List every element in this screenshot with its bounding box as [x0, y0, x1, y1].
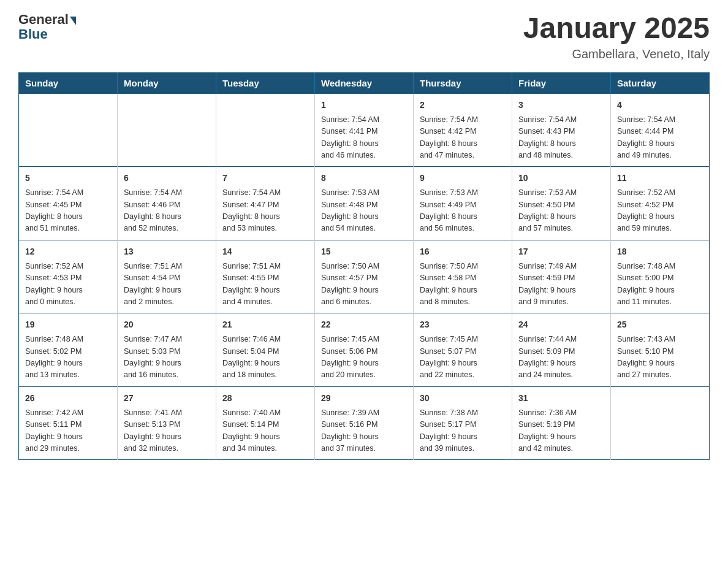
day-number: 12 — [25, 245, 111, 258]
day-number: 22 — [321, 318, 407, 331]
day-info: Sunrise: 7:54 AM Sunset: 4:44 PM Dayligh… — [617, 114, 703, 162]
day-number: 7 — [222, 172, 308, 185]
day-number: 24 — [518, 318, 604, 331]
day-info: Sunrise: 7:39 AM Sunset: 5:16 PM Dayligh… — [321, 407, 407, 455]
day-info: Sunrise: 7:48 AM Sunset: 5:02 PM Dayligh… — [25, 334, 111, 381]
day-number: 19 — [25, 318, 111, 331]
day-info: Sunrise: 7:54 AM Sunset: 4:43 PM Dayligh… — [518, 114, 604, 162]
logo: General Blue — [18, 12, 77, 42]
day-number: 21 — [222, 318, 308, 331]
calendar-cell: 4Sunrise: 7:54 AM Sunset: 4:44 PM Daylig… — [611, 93, 710, 167]
day-info: Sunrise: 7:50 AM Sunset: 4:58 PM Dayligh… — [420, 261, 506, 308]
day-number: 31 — [518, 392, 604, 405]
day-info: Sunrise: 7:46 AM Sunset: 5:04 PM Dayligh… — [222, 334, 308, 381]
calendar-cell: 7Sunrise: 7:54 AM Sunset: 4:47 PM Daylig… — [216, 167, 315, 240]
day-number: 16 — [420, 245, 506, 258]
day-info: Sunrise: 7:50 AM Sunset: 4:57 PM Dayligh… — [321, 261, 407, 308]
calendar-cell: 29Sunrise: 7:39 AM Sunset: 5:16 PM Dayli… — [315, 386, 414, 460]
calendar-cell: 23Sunrise: 7:45 AM Sunset: 5:07 PM Dayli… — [414, 313, 512, 387]
calendar-cell: 2Sunrise: 7:54 AM Sunset: 4:42 PM Daylig… — [414, 93, 512, 167]
day-info: Sunrise: 7:42 AM Sunset: 5:11 PM Dayligh… — [25, 407, 111, 455]
calendar-cell: 3Sunrise: 7:54 AM Sunset: 4:43 PM Daylig… — [512, 93, 611, 167]
day-number: 25 — [617, 318, 703, 331]
calendar-cell: 17Sunrise: 7:49 AM Sunset: 4:59 PM Dayli… — [512, 240, 611, 313]
calendar-cell: 16Sunrise: 7:50 AM Sunset: 4:58 PM Dayli… — [414, 240, 512, 313]
day-info: Sunrise: 7:41 AM Sunset: 5:13 PM Dayligh… — [124, 407, 210, 455]
day-info: Sunrise: 7:44 AM Sunset: 5:09 PM Dayligh… — [518, 334, 604, 381]
calendar-week-1: 1Sunrise: 7:54 AM Sunset: 4:41 PM Daylig… — [19, 93, 710, 167]
day-number: 28 — [222, 392, 308, 405]
calendar-week-2: 5Sunrise: 7:54 AM Sunset: 4:45 PM Daylig… — [19, 167, 710, 240]
calendar-cell — [611, 386, 710, 460]
day-info: Sunrise: 7:45 AM Sunset: 5:07 PM Dayligh… — [420, 334, 506, 381]
calendar-cell: 6Sunrise: 7:54 AM Sunset: 4:46 PM Daylig… — [118, 167, 216, 240]
calendar-cell: 22Sunrise: 7:45 AM Sunset: 5:06 PM Dayli… — [315, 313, 414, 387]
day-number: 29 — [321, 392, 407, 405]
calendar-cell: 21Sunrise: 7:46 AM Sunset: 5:04 PM Dayli… — [216, 313, 315, 387]
calendar-cell: 25Sunrise: 7:43 AM Sunset: 5:10 PM Dayli… — [611, 313, 710, 387]
day-info: Sunrise: 7:54 AM Sunset: 4:47 PM Dayligh… — [222, 187, 308, 235]
day-number: 14 — [222, 245, 308, 258]
title-block: January 2025 Gambellara, Veneto, Italy — [523, 12, 710, 61]
day-info: Sunrise: 7:52 AM Sunset: 4:52 PM Dayligh… — [617, 187, 703, 235]
day-number: 15 — [321, 245, 407, 258]
logo-general-text: General — [18, 12, 69, 27]
day-info: Sunrise: 7:49 AM Sunset: 4:59 PM Dayligh… — [518, 261, 604, 308]
calendar-cell: 28Sunrise: 7:40 AM Sunset: 5:14 PM Dayli… — [216, 386, 315, 460]
day-info: Sunrise: 7:54 AM Sunset: 4:41 PM Dayligh… — [321, 114, 407, 162]
header: General Blue January 2025 Gambellara, Ve… — [18, 12, 710, 61]
day-number: 1 — [321, 99, 407, 112]
calendar-header-saturday: Saturday — [611, 72, 710, 93]
day-info: Sunrise: 7:53 AM Sunset: 4:49 PM Dayligh… — [420, 187, 506, 235]
calendar-week-5: 26Sunrise: 7:42 AM Sunset: 5:11 PM Dayli… — [19, 386, 710, 460]
calendar-cell: 15Sunrise: 7:50 AM Sunset: 4:57 PM Dayli… — [315, 240, 414, 313]
calendar-cell: 12Sunrise: 7:52 AM Sunset: 4:53 PM Dayli… — [19, 240, 118, 313]
day-number: 3 — [518, 99, 604, 112]
main-title: January 2025 — [523, 12, 710, 45]
day-info: Sunrise: 7:53 AM Sunset: 4:48 PM Dayligh… — [321, 187, 407, 235]
day-number: 9 — [420, 172, 506, 185]
calendar-body: 1Sunrise: 7:54 AM Sunset: 4:41 PM Daylig… — [19, 93, 710, 460]
subtitle: Gambellara, Veneto, Italy — [523, 47, 710, 61]
day-info: Sunrise: 7:40 AM Sunset: 5:14 PM Dayligh… — [222, 407, 308, 455]
day-number: 27 — [124, 392, 210, 405]
calendar-week-4: 19Sunrise: 7:48 AM Sunset: 5:02 PM Dayli… — [19, 313, 710, 387]
day-number: 11 — [617, 172, 703, 185]
day-number: 26 — [25, 392, 111, 405]
calendar-cell: 14Sunrise: 7:51 AM Sunset: 4:55 PM Dayli… — [216, 240, 315, 313]
calendar-cell — [216, 93, 315, 167]
calendar-cell: 30Sunrise: 7:38 AM Sunset: 5:17 PM Dayli… — [414, 386, 512, 460]
day-number: 4 — [617, 99, 703, 112]
calendar-cell: 26Sunrise: 7:42 AM Sunset: 5:11 PM Dayli… — [19, 386, 118, 460]
day-info: Sunrise: 7:54 AM Sunset: 4:45 PM Dayligh… — [25, 187, 111, 235]
day-number: 20 — [124, 318, 210, 331]
day-number: 8 — [321, 172, 407, 185]
calendar-header-sunday: Sunday — [19, 72, 118, 93]
day-info: Sunrise: 7:43 AM Sunset: 5:10 PM Dayligh… — [617, 334, 703, 381]
day-info: Sunrise: 7:53 AM Sunset: 4:50 PM Dayligh… — [518, 187, 604, 235]
calendar-header: SundayMondayTuesdayWednesdayThursdayFrid… — [19, 72, 710, 93]
day-info: Sunrise: 7:51 AM Sunset: 4:55 PM Dayligh… — [222, 261, 308, 308]
calendar-cell: 19Sunrise: 7:48 AM Sunset: 5:02 PM Dayli… — [19, 313, 118, 387]
calendar-cell: 1Sunrise: 7:54 AM Sunset: 4:41 PM Daylig… — [315, 93, 414, 167]
day-info: Sunrise: 7:45 AM Sunset: 5:06 PM Dayligh… — [321, 334, 407, 381]
day-info: Sunrise: 7:36 AM Sunset: 5:19 PM Dayligh… — [518, 407, 604, 455]
day-number: 13 — [124, 245, 210, 258]
calendar-header-tuesday: Tuesday — [216, 72, 315, 93]
day-number: 18 — [617, 245, 703, 258]
day-number: 2 — [420, 99, 506, 112]
day-number: 6 — [124, 172, 210, 185]
calendar-cell: 20Sunrise: 7:47 AM Sunset: 5:03 PM Dayli… — [118, 313, 216, 387]
day-number: 30 — [420, 392, 506, 405]
logo-arrow-icon — [70, 17, 76, 25]
calendar-cell: 27Sunrise: 7:41 AM Sunset: 5:13 PM Dayli… — [118, 386, 216, 460]
calendar-cell: 11Sunrise: 7:52 AM Sunset: 4:52 PM Dayli… — [611, 167, 710, 240]
day-number: 17 — [518, 245, 604, 258]
day-number: 10 — [518, 172, 604, 185]
calendar-cell: 10Sunrise: 7:53 AM Sunset: 4:50 PM Dayli… — [512, 167, 611, 240]
calendar-header-monday: Monday — [118, 72, 216, 93]
calendar-cell: 8Sunrise: 7:53 AM Sunset: 4:48 PM Daylig… — [315, 167, 414, 240]
calendar-cell: 5Sunrise: 7:54 AM Sunset: 4:45 PM Daylig… — [19, 167, 118, 240]
calendar-cell: 31Sunrise: 7:36 AM Sunset: 5:19 PM Dayli… — [512, 386, 611, 460]
calendar-header-wednesday: Wednesday — [315, 72, 414, 93]
